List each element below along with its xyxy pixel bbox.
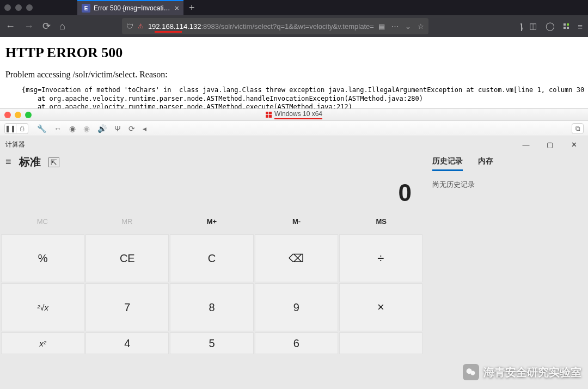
menu-icon[interactable]: ≡: [5, 156, 11, 168]
close-icon[interactable]: ×: [175, 4, 179, 13]
maximize-button[interactable]: ▢: [538, 137, 562, 152]
browser-tabstrip: E Error 500 {msg=Invocation of m × +: [0, 0, 588, 15]
stack-trace: {msg=Invocation of method 'toChars' in c…: [5, 86, 583, 108]
key-square[interactable]: x²: [1, 332, 84, 354]
menu-icon[interactable]: ≡: [578, 22, 583, 31]
key-divide[interactable]: ÷: [339, 234, 422, 282]
vm-titlebar[interactable]: Windows 10 x64: [0, 109, 588, 121]
browser-toolbar: ← → ⟳ ⌂ 🛡 ⚠ 192.168.114.132:8983/solr/vi…: [0, 15, 588, 37]
vm-minimize-dot[interactable]: [15, 112, 21, 118]
reload-button[interactable]: ⟳: [42, 20, 51, 32]
key-6[interactable]: 6: [255, 332, 338, 354]
mac-traffic-lights: [4, 4, 33, 11]
error-reason: Problem accessing /solr/victim/select. R…: [5, 70, 583, 80]
keypad: % CE C ⌫ ÷ ²√x 7 8 9 × x² 4 5 6: [0, 234, 424, 380]
calc-side-panel: 历史记录 内存 尚无历史记录: [424, 174, 588, 389]
back-button[interactable]: ←: [5, 21, 15, 32]
key-4[interactable]: 4: [85, 332, 169, 354]
mem-mc[interactable]: MC: [0, 214, 85, 229]
home-button[interactable]: ⌂: [59, 21, 65, 32]
vm-pause-button[interactable]: ❚❚: [4, 123, 16, 134]
usb-icon[interactable]: Ψ: [114, 124, 121, 133]
page-actions-icon[interactable]: ⋯: [391, 22, 399, 31]
key-ce[interactable]: CE: [85, 234, 169, 282]
calc-app-title: 计算器: [5, 140, 25, 149]
key-9[interactable]: 9: [255, 283, 338, 331]
url-bar[interactable]: 🛡 ⚠ 192.168.114.132:8983/solr/victim/sel…: [122, 18, 428, 34]
close-button[interactable]: ✕: [562, 137, 586, 152]
key-sqrt[interactable]: ²√x: [1, 283, 84, 331]
memory-row: MC MR M+ M- MS: [0, 214, 424, 234]
cdrom-icon[interactable]: ◉: [83, 124, 90, 133]
annotation-underline: [155, 31, 182, 33]
page-content: HTTP ERROR 500 Problem accessing /solr/v…: [0, 37, 588, 108]
history-empty-label: 尚无历史记录: [432, 180, 579, 190]
disk-icon[interactable]: ◉: [69, 124, 76, 133]
key-multiply[interactable]: ×: [339, 283, 422, 331]
vm-fullscreen-button[interactable]: ⧉: [572, 123, 584, 134]
sidebar-icon[interactable]: ◫: [529, 21, 537, 31]
mem-mplus[interactable]: M+: [169, 214, 254, 229]
calc-display: 0: [0, 174, 424, 214]
new-tab-button[interactable]: +: [189, 2, 195, 14]
resize-icon[interactable]: ↔: [54, 124, 62, 133]
pocket-icon[interactable]: ⌄: [405, 22, 411, 31]
key-minus-partial[interactable]: [339, 332, 422, 354]
key-8[interactable]: 8: [170, 283, 253, 331]
refresh-icon[interactable]: ⟳: [128, 124, 135, 133]
calc-mode-label: 标准: [19, 155, 41, 169]
account-icon[interactable]: ◯: [546, 21, 555, 31]
shield-icon[interactable]: 🛡: [126, 22, 133, 31]
tab-favicon: E: [82, 4, 90, 13]
mem-ms[interactable]: MS: [339, 214, 424, 229]
bookmark-icon[interactable]: ☆: [418, 22, 424, 31]
extensions-icon[interactable]: [564, 23, 569, 29]
minimize-dot[interactable]: [15, 4, 22, 11]
sound-icon[interactable]: 🔊: [97, 124, 107, 133]
url-text: 192.168.114.132:8983/solr/victim/select?…: [148, 22, 374, 31]
calc-main-panel: 0 MC MR M+ M- MS % CE C ⌫ ÷ ²√x 7 8: [0, 174, 424, 389]
vm-window: Windows 10 x64 ❚❚ ⎙ 🔧 ↔ ◉ ◉ 🔊 Ψ ⟳ ◂ ⧉ 计算…: [0, 108, 588, 389]
reader-icon[interactable]: ▤: [378, 22, 385, 31]
tab-history[interactable]: 历史记录: [432, 156, 463, 171]
tab-title: Error 500 {msg=Invocation of m: [94, 4, 171, 12]
close-dot[interactable]: [4, 4, 11, 11]
vm-toolbar: ❚❚ ⎙ 🔧 ↔ ◉ ◉ 🔊 Ψ ⟳ ◂ ⧉: [0, 121, 588, 136]
mem-mminus[interactable]: M-: [254, 214, 339, 229]
page-title: HTTP ERROR 500: [5, 45, 583, 61]
keep-on-top-icon[interactable]: ⇱: [48, 157, 59, 167]
vm-zoom-dot[interactable]: [25, 112, 32, 118]
settings-icon[interactable]: 🔧: [37, 124, 46, 133]
chevron-left-icon[interactable]: ◂: [143, 124, 146, 133]
minimize-button[interactable]: —: [514, 137, 538, 152]
calculator-app: 计算器 — ▢ ✕ ≡ 标准 ⇱ 0 MC MR M+ M- MS: [0, 136, 588, 389]
vm-close-dot[interactable]: [4, 112, 11, 118]
tab-memory[interactable]: 内存: [478, 156, 493, 171]
key-backspace[interactable]: ⌫: [255, 234, 338, 282]
zoom-dot[interactable]: [26, 4, 33, 11]
mem-mr[interactable]: MR: [85, 214, 170, 229]
vm-title: Windows 10 x64: [274, 110, 322, 119]
forward-button[interactable]: →: [24, 21, 34, 32]
key-5[interactable]: 5: [170, 332, 253, 354]
windows-icon: [266, 112, 272, 118]
vm-snapshot-button[interactable]: ⎙: [16, 123, 28, 134]
key-percent[interactable]: %: [1, 234, 84, 282]
calc-titlebar[interactable]: 计算器 — ▢ ✕: [0, 136, 588, 153]
key-7[interactable]: 7: [85, 283, 169, 331]
key-c[interactable]: C: [170, 234, 253, 282]
insecure-icon[interactable]: ⚠: [138, 22, 144, 30]
browser-tab[interactable]: E Error 500 {msg=Invocation of m ×: [77, 0, 183, 15]
